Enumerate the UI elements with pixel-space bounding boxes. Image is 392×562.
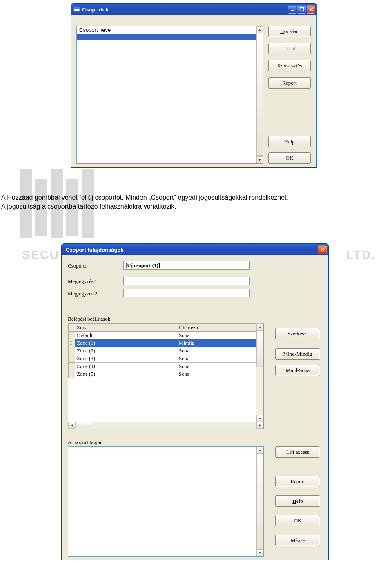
table-row[interactable]: IZone (1)Mindig [69, 339, 256, 347]
cell-scheduler[interactable]: Soha [177, 363, 256, 370]
table-row[interactable]: Zone (2)Soha [69, 347, 256, 355]
titlebar-groups[interactable]: Csoportok [71, 4, 317, 15]
all-never-button[interactable]: Mind-Soha [275, 365, 320, 376]
scroll-thumb[interactable] [256, 33, 263, 156]
cell-zone[interactable]: Default [75, 332, 177, 339]
label-access-settings: Belépési beállítások: [68, 316, 112, 322]
cell-zone[interactable]: Zone (1) [75, 339, 177, 347]
all-always-button[interactable]: Mind-Mindig [275, 348, 320, 360]
row-header[interactable] [69, 370, 75, 378]
edit-button[interactable]: Szerkesztés [268, 60, 311, 71]
cell-zone[interactable]: Zone (2) [75, 347, 177, 355]
scroll-up-button[interactable] [256, 447, 263, 454]
list-header: Csoport neve [77, 26, 263, 34]
svg-rect-1 [74, 7, 80, 9]
input-note2[interactable] [123, 289, 250, 297]
zone-grid[interactable]: Zóna Ütemező DefaultSohaIZone (1)MindigZ… [68, 323, 264, 429]
close-button[interactable] [318, 245, 327, 254]
window-group-properties: Csoport tulajdonságok Csoport: [Új csopo… [61, 243, 329, 560]
cell-scheduler[interactable]: Soha [177, 370, 256, 378]
table-row[interactable]: Zone (4)Soha [69, 363, 256, 370]
cell-scheduler[interactable]: Soha [177, 347, 256, 355]
input-group-name[interactable]: [Új csoport (1)] [123, 261, 250, 270]
scroll-down-button[interactable] [256, 156, 263, 163]
table-row[interactable]: Zone (3)Soha [69, 355, 256, 363]
row-header[interactable] [69, 355, 75, 363]
window-groups: Csoportok Csoport neve HHozzáadozzáad Tö… [71, 3, 317, 168]
members-listbox[interactable] [68, 446, 264, 557]
cell-scheduler[interactable]: Mindig [177, 339, 256, 347]
svg-rect-2 [291, 10, 294, 11]
scroll-thumb[interactable] [256, 454, 263, 549]
label-group: Csoport: [68, 263, 86, 269]
scroll-thumb-h[interactable] [75, 422, 91, 428]
watermark-text-right: LTD. [346, 248, 376, 262]
app-icon [74, 6, 80, 13]
report-button[interactable]: Report [275, 476, 320, 487]
row-header[interactable] [69, 347, 75, 355]
cell-scheduler[interactable]: Soha [177, 332, 256, 339]
grid-corner [69, 324, 75, 332]
list-selected-row[interactable] [77, 34, 256, 40]
row-header[interactable]: I [69, 339, 75, 347]
close-button[interactable] [307, 5, 315, 14]
groups-listbox[interactable]: Csoport neve [76, 26, 263, 164]
help-button[interactable]: Help [275, 495, 320, 507]
row-header[interactable] [69, 332, 75, 339]
svg-rect-3 [300, 8, 303, 11]
delete-button: Töröl [268, 43, 311, 54]
label-note2: Megjegyzés 2: [68, 290, 99, 297]
watermark-text-left: SECU [22, 248, 59, 262]
add-button[interactable]: HHozzáadozzáad [268, 26, 311, 37]
titlebar-properties[interactable]: Csoport tulajdonságok [62, 244, 328, 255]
document-paragraph: A Hozzáad gombbal vehet fel új csoportot… [1, 193, 391, 211]
ok-button[interactable]: OK [268, 152, 311, 164]
scroll-down-button[interactable] [256, 549, 263, 556]
column-header-zone[interactable]: Zóna [75, 324, 177, 332]
table-row[interactable]: Zone (5)Soha [69, 370, 256, 378]
report-button[interactable]: Report [268, 77, 311, 89]
scroll-up-button[interactable] [256, 323, 263, 330]
scroll-right-button[interactable] [256, 422, 263, 429]
row-header[interactable] [69, 363, 75, 370]
minimize-button[interactable] [288, 5, 296, 14]
help-button[interactable]: Help [268, 136, 311, 147]
scrollbar-vertical[interactable] [256, 26, 263, 163]
grid-scrollbar-horizontal[interactable] [68, 422, 263, 429]
titlebar-title: Csoport tulajdonságok [64, 247, 318, 253]
scroll-up-button[interactable] [256, 26, 263, 33]
edit-zone-button[interactable]: Szerkeszt [275, 328, 320, 339]
cell-zone[interactable]: Zone (4) [75, 363, 177, 370]
grid-scrollbar-vertical[interactable] [256, 323, 263, 422]
cell-scheduler[interactable]: Soha [177, 355, 256, 363]
cell-zone[interactable]: Zone (3) [75, 355, 177, 363]
para-line1: A Hozzáad gombbal vehet fel új csoportot… [1, 194, 288, 201]
column-header-scheduler[interactable]: Ütemező [177, 324, 256, 332]
lift-access-button[interactable]: Lift access [275, 446, 320, 458]
scroll-thumb[interactable] [256, 330, 263, 367]
label-note1: Megjegyzés 1: [68, 278, 99, 285]
maximize-button[interactable] [297, 5, 306, 14]
titlebar-title: Csoportok [82, 7, 288, 13]
cancel-button[interactable]: Mégse [275, 535, 320, 546]
scroll-left-button[interactable] [68, 422, 75, 429]
ok-button[interactable]: OK [275, 515, 320, 526]
para-line2: A jogosultság a csoportba tartozó felhas… [1, 203, 176, 210]
table-row[interactable]: DefaultSoha [69, 332, 256, 339]
input-note1[interactable] [123, 277, 250, 285]
label-members: A csoport tagjai: [68, 439, 103, 446]
cell-zone[interactable]: Zone (5) [75, 370, 177, 378]
scroll-down-button[interactable] [256, 415, 263, 422]
members-scrollbar[interactable] [256, 447, 263, 556]
